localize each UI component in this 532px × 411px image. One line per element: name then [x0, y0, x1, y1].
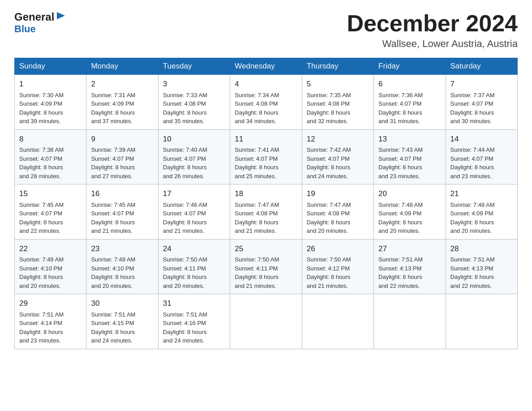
day-number: 6: [378, 78, 441, 90]
day-number: 17: [163, 188, 225, 200]
calendar-cell: 10Sunrise: 7:40 AMSunset: 4:07 PMDayligh…: [158, 129, 230, 184]
day-info: Sunrise: 7:31 AMSunset: 4:09 PMDaylight:…: [91, 91, 153, 126]
day-number: 23: [91, 243, 153, 255]
day-info: Sunrise: 7:51 AMSunset: 4:14 PMDaylight:…: [19, 310, 82, 345]
day-number: 7: [450, 78, 513, 90]
day-info: Sunrise: 7:41 AMSunset: 4:07 PMDaylight:…: [235, 146, 297, 180]
day-info: Sunrise: 7:48 AMSunset: 4:09 PMDaylight:…: [378, 201, 441, 235]
calendar-table: SundayMondayTuesdayWednesdayThursdayFrid…: [14, 58, 518, 349]
day-number: 10: [163, 133, 225, 145]
col-header-wednesday: Wednesday: [230, 58, 302, 75]
day-number: 18: [235, 188, 297, 200]
day-number: 22: [19, 243, 82, 255]
day-info: Sunrise: 7:47 AMSunset: 4:08 PMDaylight:…: [235, 201, 297, 235]
calendar-week-row: 22Sunrise: 7:49 AMSunset: 4:10 PMDayligh…: [15, 239, 518, 294]
day-info: Sunrise: 7:40 AMSunset: 4:07 PMDaylight:…: [163, 146, 225, 180]
calendar-cell: 4Sunrise: 7:34 AMSunset: 4:08 PMDaylight…: [230, 75, 302, 130]
day-info: Sunrise: 7:51 AMSunset: 4:13 PMDaylight:…: [450, 255, 513, 290]
day-number: 4: [235, 78, 297, 90]
day-number: 8: [19, 133, 82, 145]
calendar-cell: 13Sunrise: 7:43 AMSunset: 4:07 PMDayligh…: [374, 129, 446, 184]
location-title: Wallsee, Lower Austria, Austria: [347, 38, 518, 50]
calendar-cell: 18Sunrise: 7:47 AMSunset: 4:08 PMDayligh…: [230, 184, 302, 240]
calendar-cell: 8Sunrise: 7:38 AMSunset: 4:07 PMDaylight…: [15, 129, 86, 184]
day-info: Sunrise: 7:37 AMSunset: 4:07 PMDaylight:…: [450, 91, 513, 126]
calendar-cell: 19Sunrise: 7:47 AMSunset: 4:08 PMDayligh…: [302, 184, 373, 240]
calendar-cell: 3Sunrise: 7:33 AMSunset: 4:08 PMDaylight…: [158, 75, 230, 130]
calendar-cell: 2Sunrise: 7:31 AMSunset: 4:09 PMDaylight…: [86, 75, 158, 130]
calendar-week-row: 1Sunrise: 7:30 AMSunset: 4:09 PMDaylight…: [15, 75, 518, 130]
calendar-cell: 16Sunrise: 7:45 AMSunset: 4:07 PMDayligh…: [86, 184, 158, 240]
calendar-cell: 7Sunrise: 7:37 AMSunset: 4:07 PMDaylight…: [446, 75, 517, 130]
day-info: Sunrise: 7:50 AMSunset: 4:11 PMDaylight:…: [235, 255, 297, 290]
logo-general-text: General: [14, 11, 54, 23]
day-number: 27: [378, 243, 441, 255]
calendar-cell: 26Sunrise: 7:50 AMSunset: 4:12 PMDayligh…: [302, 239, 373, 294]
day-number: 15: [19, 188, 82, 200]
day-number: 26: [307, 243, 369, 255]
day-info: Sunrise: 7:51 AMSunset: 4:15 PMDaylight:…: [91, 310, 153, 345]
title-area: December 2024 Wallsee, Lower Austria, Au…: [347, 11, 518, 50]
month-title: December 2024: [347, 11, 518, 36]
day-info: Sunrise: 7:38 AMSunset: 4:07 PMDaylight:…: [19, 146, 82, 180]
calendar-cell: 30Sunrise: 7:51 AMSunset: 4:15 PMDayligh…: [86, 294, 158, 349]
day-info: Sunrise: 7:33 AMSunset: 4:08 PMDaylight:…: [163, 91, 225, 126]
day-info: Sunrise: 7:35 AMSunset: 4:08 PMDaylight:…: [307, 91, 369, 126]
day-info: Sunrise: 7:30 AMSunset: 4:09 PMDaylight:…: [19, 91, 82, 126]
day-number: 16: [91, 188, 153, 200]
calendar-cell: 12Sunrise: 7:42 AMSunset: 4:07 PMDayligh…: [302, 129, 373, 184]
svg-marker-0: [57, 12, 65, 19]
day-number: 5: [307, 78, 369, 90]
calendar-cell: 6Sunrise: 7:36 AMSunset: 4:07 PMDaylight…: [374, 75, 446, 130]
calendar-cell: 23Sunrise: 7:49 AMSunset: 4:10 PMDayligh…: [86, 239, 158, 294]
day-info: Sunrise: 7:50 AMSunset: 4:12 PMDaylight:…: [307, 255, 369, 290]
calendar-cell: [230, 294, 302, 349]
day-info: Sunrise: 7:43 AMSunset: 4:07 PMDaylight:…: [378, 146, 441, 180]
calendar-cell: 14Sunrise: 7:44 AMSunset: 4:07 PMDayligh…: [446, 129, 517, 184]
day-number: 3: [163, 78, 225, 90]
day-info: Sunrise: 7:45 AMSunset: 4:07 PMDaylight:…: [19, 201, 82, 235]
day-info: Sunrise: 7:48 AMSunset: 4:09 PMDaylight:…: [450, 201, 513, 235]
day-info: Sunrise: 7:44 AMSunset: 4:07 PMDaylight:…: [450, 146, 513, 180]
page-header: General Blue December 2024 Wallsee, Lowe…: [14, 11, 518, 50]
calendar-cell: [302, 294, 373, 349]
calendar-cell: 11Sunrise: 7:41 AMSunset: 4:07 PMDayligh…: [230, 129, 302, 184]
col-header-friday: Friday: [374, 58, 446, 75]
calendar-cell: 27Sunrise: 7:51 AMSunset: 4:13 PMDayligh…: [374, 239, 446, 294]
calendar-cell: 21Sunrise: 7:48 AMSunset: 4:09 PMDayligh…: [446, 184, 517, 240]
day-number: 28: [450, 243, 513, 255]
day-info: Sunrise: 7:47 AMSunset: 4:08 PMDaylight:…: [307, 201, 369, 235]
calendar-cell: 17Sunrise: 7:46 AMSunset: 4:07 PMDayligh…: [158, 184, 230, 240]
col-header-monday: Monday: [86, 58, 158, 75]
day-number: 31: [163, 298, 225, 309]
day-number: 19: [307, 188, 369, 200]
day-number: 13: [378, 133, 441, 145]
calendar-week-row: 15Sunrise: 7:45 AMSunset: 4:07 PMDayligh…: [15, 184, 518, 240]
day-info: Sunrise: 7:42 AMSunset: 4:07 PMDaylight:…: [307, 146, 369, 180]
calendar-cell: [374, 294, 446, 349]
day-number: 14: [450, 133, 513, 145]
day-info: Sunrise: 7:50 AMSunset: 4:11 PMDaylight:…: [163, 255, 225, 290]
day-number: 20: [378, 188, 441, 200]
day-info: Sunrise: 7:49 AMSunset: 4:10 PMDaylight:…: [91, 255, 153, 290]
logo-blue-text: Blue: [14, 23, 36, 34]
day-number: 24: [163, 243, 225, 255]
calendar-cell: 1Sunrise: 7:30 AMSunset: 4:09 PMDaylight…: [15, 75, 86, 130]
calendar-cell: 5Sunrise: 7:35 AMSunset: 4:08 PMDaylight…: [302, 75, 373, 130]
day-number: 30: [91, 298, 153, 309]
day-number: 12: [307, 133, 369, 145]
col-header-tuesday: Tuesday: [158, 58, 230, 75]
day-info: Sunrise: 7:46 AMSunset: 4:07 PMDaylight:…: [163, 201, 225, 235]
calendar-cell: 9Sunrise: 7:39 AMSunset: 4:07 PMDaylight…: [86, 129, 158, 184]
calendar-cell: 22Sunrise: 7:49 AMSunset: 4:10 PMDayligh…: [15, 239, 86, 294]
calendar-cell: 25Sunrise: 7:50 AMSunset: 4:11 PMDayligh…: [230, 239, 302, 294]
logo-flag-icon: [56, 11, 66, 23]
day-number: 9: [91, 133, 153, 145]
col-header-thursday: Thursday: [302, 58, 373, 75]
calendar-cell: [446, 294, 517, 349]
day-number: 2: [91, 78, 153, 90]
calendar-cell: 28Sunrise: 7:51 AMSunset: 4:13 PMDayligh…: [446, 239, 517, 294]
calendar-week-row: 29Sunrise: 7:51 AMSunset: 4:14 PMDayligh…: [15, 294, 518, 349]
col-header-sunday: Sunday: [15, 58, 86, 75]
day-number: 11: [235, 133, 297, 145]
